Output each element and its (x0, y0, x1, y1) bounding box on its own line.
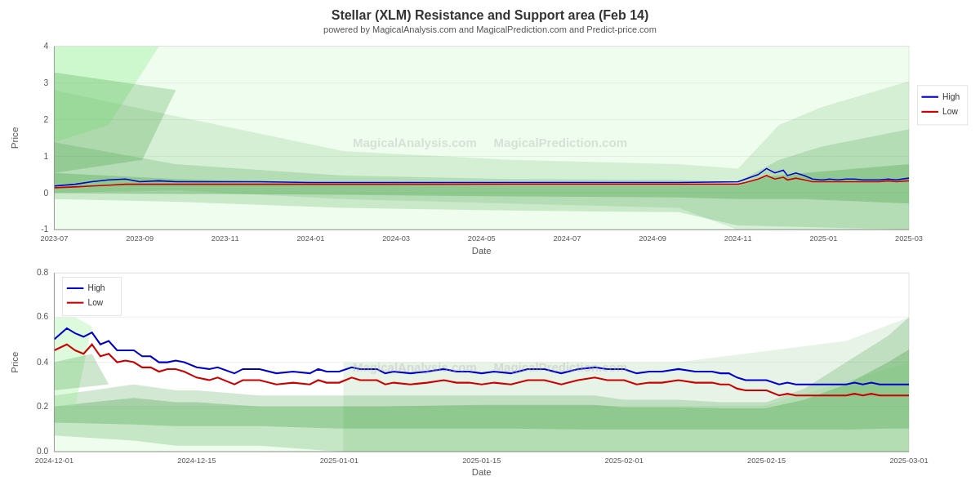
x-axis-label-1: Date (472, 246, 492, 256)
svg-text:2025-02-01: 2025-02-01 (605, 457, 644, 465)
svg-text:2024-12-01: 2024-12-01 (35, 457, 74, 465)
svg-text:2023-11: 2023-11 (212, 234, 239, 243)
svg-text:2024-01: 2024-01 (296, 234, 324, 243)
svg-text:0.2: 0.2 (37, 402, 49, 411)
legend-high-1: High (942, 92, 960, 101)
svg-text:2024-07: 2024-07 (553, 234, 581, 243)
page-container: Stellar (XLM) Resistance and Support are… (0, 0, 980, 490)
svg-text:2025-03-01: 2025-03-01 (889, 457, 928, 465)
svg-text:3: 3 (44, 78, 49, 87)
legend-low-1: Low (942, 107, 958, 116)
svg-text:2024-09: 2024-09 (639, 234, 666, 243)
svg-text:2023-09: 2023-09 (126, 234, 154, 243)
svg-text:0.4: 0.4 (37, 358, 49, 367)
charts-container: Price 4 3 2 1 0 -1 (8, 38, 972, 486)
y-axis-label-2: Price (10, 352, 20, 373)
svg-text:2023-07: 2023-07 (41, 234, 69, 243)
x-axis-label-2: Date (472, 467, 492, 477)
svg-text:2024-03: 2024-03 (382, 234, 410, 243)
chart-subtitle: powered by MagicalAnalysis.com and Magic… (8, 24, 972, 34)
svg-text:2024-11: 2024-11 (724, 234, 752, 243)
upper-chart: Price 4 3 2 1 0 -1 (8, 38, 972, 269)
svg-text:0.8: 0.8 (37, 269, 49, 277)
chart-title: Stellar (XLM) Resistance and Support are… (8, 8, 972, 23)
svg-text:2025-02-15: 2025-02-15 (747, 457, 786, 465)
svg-text:2024-05: 2024-05 (468, 234, 496, 243)
svg-text:4: 4 (44, 42, 49, 51)
y-axis-label-1: Price (11, 127, 20, 149)
svg-text:2025-01-01: 2025-01-01 (320, 457, 359, 465)
svg-text:0: 0 (44, 188, 49, 197)
legend-high-2: High (87, 283, 105, 292)
svg-text:2025-01-15: 2025-01-15 (462, 457, 501, 465)
svg-text:2: 2 (44, 115, 49, 124)
svg-text:2025-01: 2025-01 (809, 234, 837, 243)
svg-text:0.6: 0.6 (37, 313, 49, 322)
svg-text:2025-03: 2025-03 (895, 234, 923, 243)
lower-chart: Price 0.8 0.6 0.4 0.2 0.0 2024-12-01 (8, 269, 972, 486)
svg-text:-1: -1 (41, 225, 48, 234)
svg-text:2024-12-15: 2024-12-15 (177, 457, 216, 465)
svg-text:1: 1 (44, 151, 49, 160)
svg-text:0.0: 0.0 (37, 447, 49, 456)
legend-low-2: Low (87, 298, 103, 307)
